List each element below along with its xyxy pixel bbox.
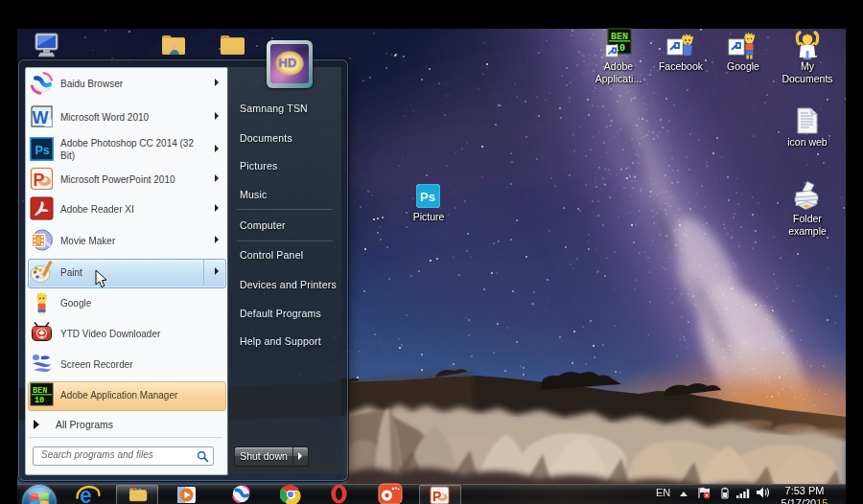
- svg-text:Ps: Ps: [420, 190, 435, 204]
- svg-text:P: P: [34, 171, 45, 190]
- svg-text:Ps: Ps: [35, 144, 50, 157]
- svg-text:W: W: [33, 108, 49, 127]
- svg-text:10: 10: [35, 396, 44, 405]
- svg-text:P: P: [432, 488, 441, 503]
